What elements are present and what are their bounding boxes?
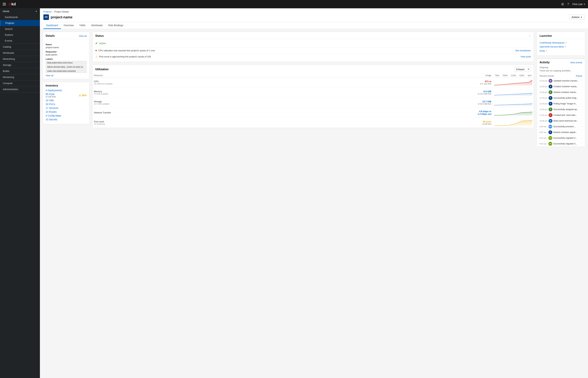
view-pods-link[interactable]: View pods (520, 55, 531, 58)
sidebar-item-catalog[interactable]: Catalog (0, 44, 40, 50)
pause-button[interactable]: Pause (576, 75, 582, 77)
labels-view-all-link[interactable]: View all (46, 74, 87, 77)
event-item-1[interactable]: 12:29 pm P Created container reacta... › (537, 83, 585, 89)
activity-panel: Activity View events Ongoing There are n… (537, 58, 585, 147)
details-body: Name project-name Requester kube:admin L… (43, 39, 89, 79)
sidebar-item-storage[interactable]: Storage (0, 62, 40, 68)
label-tag-0: beta.kubernetes.io/os=linux (46, 61, 87, 65)
project-avatar: PR (43, 14, 49, 20)
pod-alert-text: Pod count is approaching this project's … (99, 55, 152, 58)
hamburger-menu[interactable] (3, 3, 6, 5)
tab-role-bindings[interactable]: Role Bindings (106, 22, 126, 29)
help-icon[interactable]: ? (567, 2, 569, 6)
project-title-row: PR project-name (43, 14, 72, 20)
top-nav-right: ⊞ ? First Last ▼ (561, 2, 585, 6)
tab-overview[interactable]: Overview (61, 22, 77, 29)
tab-dashboard[interactable]: Dashboard (43, 22, 61, 29)
event-text-9: Started container appde... (553, 131, 581, 134)
routes-link[interactable]: 10 Routes (46, 110, 57, 113)
configmaps-link[interactable]: 4 Config Maps (46, 114, 61, 117)
breadcrumb-projects-link[interactable]: Projects (43, 10, 52, 13)
top-nav: okd ⊞ ? First Last ▼ (0, 0, 588, 8)
sidebar-item-explore[interactable]: Explore (0, 32, 40, 38)
vms-link[interactable]: 10 VMs (46, 99, 54, 102)
active-check-icon: ✔ (95, 41, 98, 45)
event-item-4[interactable]: 12:29 pm P Pulling image "image-re... › (537, 101, 585, 107)
sidebar-item-networking[interactable]: Networking (0, 56, 40, 62)
chart-svg-pods (494, 119, 532, 126)
event-avatar-4: P (549, 102, 552, 106)
breadcrumb-current: Project Details (54, 10, 69, 13)
util-chart-network (493, 108, 534, 118)
sidebar-item-dashboards[interactable]: Dashboards (0, 14, 40, 20)
user-menu[interactable]: First Last ▼ (573, 3, 585, 6)
event-item-6[interactable]: 11:02 am RC Created pod: react-web... › (537, 112, 585, 118)
hours-select[interactable]: 6 hours 1 hour 24 hours (514, 67, 531, 72)
event-time-6: 11:02 am (540, 114, 547, 116)
event-item-10[interactable]: 8:32 am VM Successfully migrated V... › (537, 135, 585, 141)
deployments-link[interactable]: 4 Deployments (46, 89, 62, 92)
event-text-0: Updated machine mynam... (553, 80, 581, 82)
util-resource-pods: Pod count15 remaining (93, 118, 319, 128)
sidebar-section-administration: Administration (0, 86, 40, 93)
event-chevron-1: › (582, 85, 582, 88)
sidebar-item-events[interactable]: Events (0, 38, 40, 44)
services-link[interactable]: 17 Services (46, 107, 58, 109)
event-time-9: 8:57 am (540, 131, 547, 133)
sidebar-item-builds[interactable]: Builds (0, 68, 40, 74)
tab-workloads[interactable]: Workloads (88, 22, 106, 29)
event-item-8[interactable]: 9:08 am PVC Successfully provision... › (537, 124, 585, 129)
event-item-3[interactable]: 12:29 pm P Successfully pulled imag... › (537, 95, 585, 101)
pvcs-link[interactable]: 20 PVCs (46, 103, 55, 106)
sidebar-item-projects[interactable]: Projects (0, 20, 40, 26)
tab-yaml[interactable]: YAML (77, 22, 88, 29)
user-name: First Last (573, 3, 583, 6)
util-title: Utilization (95, 68, 109, 71)
event-text-10: Successfully migrated V... (553, 137, 581, 139)
sidebar-item-home[interactable]: Home ▼ (0, 8, 40, 14)
grid-icon[interactable]: ⊞ (561, 2, 564, 6)
util-resource-memory: Memory5.5 GiB available (93, 88, 319, 98)
openshift-mesh-link[interactable]: OpenShift Service Mesh ↗ (540, 45, 582, 48)
pods-warning-icon: ⚠ (79, 94, 81, 97)
sidebar-item-administration[interactable]: Administration (0, 86, 40, 92)
chart-svg-storage (494, 99, 532, 106)
see-breakdown-link[interactable]: See breakdown (515, 49, 531, 52)
status-three-dots[interactable]: ⋮ (529, 35, 531, 37)
sidebar-item-monitoring[interactable]: Monitoring (0, 74, 40, 80)
sidebar-item-workloads[interactable]: Workloads (0, 50, 40, 56)
view-events-link[interactable]: View events (570, 61, 582, 64)
home-caret-icon: ▼ (35, 10, 37, 12)
util-row-network: Network Transfer4.9 Gbps in 1.2 Gbps out (93, 108, 534, 118)
sidebar-item-compute[interactable]: Compute (0, 80, 40, 86)
event-item-11[interactable]: 8:32 am VM Successfully migrated V... › (537, 141, 585, 147)
user-caret-icon: ▼ (584, 3, 585, 5)
details-view-all-link[interactable]: View all (79, 35, 87, 37)
codeready-link[interactable]: CodeReady Workspaces ↗ (540, 41, 582, 44)
event-chevron-7: › (582, 120, 582, 122)
secrets-link[interactable]: 10 Secrets (46, 118, 57, 121)
event-item-7[interactable]: 10:38 am B Build name-test/react-we... › (537, 118, 585, 124)
event-item-9[interactable]: 8:57 am P Started container appde... › (537, 129, 585, 135)
actions-button[interactable]: Actions ▼ (569, 14, 585, 20)
name-value: project-name (46, 46, 87, 49)
event-item-5[interactable]: 12:29 pm P Successfully assigned ap... › (537, 107, 585, 112)
status-cpu-row: ● CPU utilization has reached this proje… (95, 47, 531, 54)
util-usage-cpu: 971 mof 1 core limit (319, 78, 493, 88)
tabs: Dashboard Overview YAML Workloads Role B… (43, 22, 585, 29)
project-header: PR project-name Actions ▼ (43, 14, 585, 22)
time-9am: 9am (495, 74, 499, 77)
event-item-0[interactable]: 12:43 pm M Updated machine mynam... › (537, 78, 585, 83)
quay-link[interactable]: Quay ↗ (540, 49, 582, 52)
status-panel: Status ⋮ ✔ Active ● CPU utilization h (92, 32, 534, 62)
col-time: 9am 10am 11am 12pm 1pm (493, 74, 534, 78)
event-item-2[interactable]: 12:29 pm P Started container reacta... › (537, 89, 585, 95)
event-time-0: 12:43 pm (540, 80, 547, 82)
status-pod-row: ⚠ Pod count is approaching this project'… (95, 54, 531, 60)
event-text-8: Successfully provision... (553, 125, 581, 128)
pods-link[interactable]: 85 Pods (46, 93, 55, 95)
event-avatar-5: P (549, 108, 552, 111)
sidebar-item-search[interactable]: Search (0, 26, 40, 32)
event-chevron-5: › (582, 108, 582, 111)
util-usage-network: 4.9 Gbps in 1.2 Gbps out (319, 108, 493, 118)
